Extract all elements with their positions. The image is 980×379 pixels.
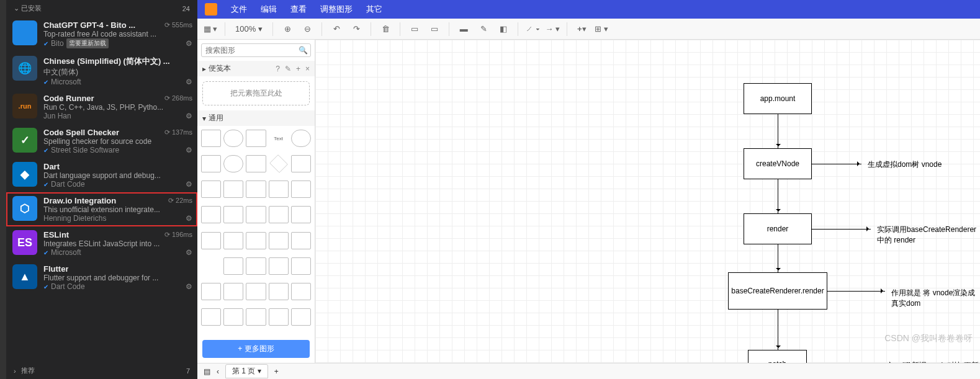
shape-swatch[interactable] [201,283,221,300]
to-back-icon[interactable]: ▭ [426,21,443,37]
gear-icon[interactable]: ⚙ [186,180,192,189]
flowchart-node[interactable]: createVNode [744,148,812,179]
shape-swatch[interactable] [223,130,243,147]
pages-icon[interactable]: ▤ [204,367,210,376]
canvas[interactable]: CSDN @我叫卷卷卷呀 app.mountcreateVNoderenderb… [315,40,980,363]
line-color-icon[interactable]: ✎ [475,21,492,37]
menu-file[interactable]: 文件 [231,4,247,15]
insert-icon[interactable]: + ▾ [573,21,590,37]
flowchart-node[interactable]: render [744,213,812,244]
reload-badge[interactable]: 需要重新加载 [66,38,109,48]
edit-icon[interactable]: ✎ [285,65,291,73]
extension-item[interactable]: ▲ Flutter Flutter support and debugger f… [6,261,197,295]
delete-icon[interactable]: 🗑 [377,21,393,37]
shape-swatch[interactable] [201,206,221,223]
shape-swatch[interactable] [223,283,243,300]
zoom-in-icon[interactable]: ⊕ [279,21,295,37]
shape-swatch[interactable] [201,181,221,198]
waypoint-icon[interactable]: → ▾ [544,21,560,37]
extension-item[interactable]: ⬡ Draw.io Integration ⟳ 22ms This unoffi… [6,192,197,226]
table-icon[interactable]: ⊞ ▾ [593,21,609,37]
add-icon[interactable]: + [296,65,300,73]
flowchart-node[interactable]: patch [748,350,807,363]
zoom-out-icon[interactable]: ⊖ [299,21,315,37]
shape-swatch[interactable] [269,206,289,223]
shape-swatch[interactable] [269,257,289,275]
help-icon[interactable]: ? [276,65,280,73]
fill-color-icon[interactable]: ▬ [456,21,472,37]
flowchart-annotation[interactable]: 作用就是 将 vnode渲染成 真实dom [891,288,980,309]
page-tab[interactable]: 第 1 页 ▾ [225,364,268,378]
shape-swatch[interactable] [269,283,289,300]
extension-item[interactable]: ES ESLint ⟳ 196ms Integrates ESLint Java… [6,226,197,261]
menu-edit[interactable]: 编辑 [261,4,277,15]
connection-icon[interactable]: ⟋ ▾ [524,21,541,37]
gear-icon[interactable]: ⚙ [186,112,192,120]
shape-swatch[interactable] [246,257,266,275]
extension-item[interactable]: .run Code Runner ⟳ 268ms Run C, C++, Jav… [6,90,197,124]
shadow-icon[interactable]: ◧ [495,21,511,37]
shape-swatch[interactable] [291,232,311,249]
flowchart-node[interactable]: baseCreateRenderer.render [728,272,827,310]
general-shapes-header[interactable]: ▾通用 [197,110,315,126]
scratchpad-dropzone[interactable]: 把元素拖至此处 [202,81,310,105]
zoom-control[interactable]: 100% ▾ [232,24,266,33]
shape-swatch[interactable] [223,308,243,326]
add-page-icon[interactable]: + [274,367,279,376]
gear-icon[interactable]: ⚙ [186,39,192,48]
view-mode-button[interactable]: ▦ ▾ [202,21,218,37]
redo-icon[interactable]: ↷ [348,21,364,37]
shape-swatch[interactable] [291,206,311,223]
shape-swatch[interactable] [291,130,311,147]
to-front-icon[interactable]: ▭ [407,21,423,37]
shape-swatch[interactable] [201,308,221,326]
shape-swatch[interactable] [201,257,221,275]
search-field[interactable] [205,46,299,55]
shape-swatch[interactable] [246,181,266,198]
shape-swatch[interactable] [291,257,311,275]
menu-view[interactable]: 查看 [290,4,307,15]
shape-swatch[interactable] [291,308,311,326]
close-icon[interactable]: × [305,65,310,73]
gear-icon[interactable]: ⚙ [186,248,192,257]
shape-swatch[interactable] [269,232,289,249]
shape-swatch[interactable] [269,181,289,198]
shape-swatch[interactable] [269,154,288,173]
gear-icon[interactable]: ⚙ [186,282,192,291]
scratchpad-header[interactable]: ▸便笺本 ?✎+× [197,61,315,76]
flowchart-annotation[interactable]: 实际调用baseCreateRenderer 中的 render [877,225,980,246]
shape-swatch[interactable] [291,155,311,172]
flowchart-annotation[interactable]: 生成虚拟dom树 vnode [868,159,942,170]
shape-swatch[interactable] [223,155,243,172]
flowchart-annotation[interactable]: diff 新旧vnode对比 更新渲染 [900,360,980,363]
shape-swatch[interactable] [291,181,311,198]
undo-icon[interactable]: ↶ [328,21,344,37]
search-shapes-input[interactable]: 🔍 [201,43,311,57]
gear-icon[interactable]: ⚙ [186,146,192,154]
gear-icon[interactable]: ⚙ [186,214,192,223]
shape-swatch[interactable] [223,181,243,198]
extension-item[interactable]: ✓ Code Spell Checker ⟳ 137ms Spelling ch… [6,124,197,158]
shape-swatch[interactable] [246,155,266,172]
shape-swatch[interactable] [246,308,266,326]
shape-swatch[interactable] [246,283,266,300]
shape-swatch[interactable] [201,130,221,147]
extension-item[interactable]: 🌐 Chinese (Simplified) (简体中文) ... 中文(简体)… [6,52,197,90]
extension-item[interactable]: ChatGPT GPT-4 - Bito ... ⟳ 555ms Top-rat… [6,17,197,52]
shape-swatch[interactable] [201,155,221,172]
shape-swatch[interactable] [223,206,243,223]
gear-icon[interactable]: ⚙ [186,78,192,86]
menu-extras[interactable]: 其它 [366,4,382,15]
activity-bar[interactable] [0,0,6,379]
shape-swatch[interactable] [223,257,243,275]
shape-swatch[interactable] [291,283,311,300]
shape-swatch[interactable]: Text [269,130,289,147]
shape-swatch[interactable] [246,232,266,249]
shape-swatch[interactable] [246,206,266,223]
shape-swatch[interactable] [201,232,221,249]
menu-arrange[interactable]: 调整图形 [320,4,353,15]
prev-page-icon[interactable]: ‹ [217,367,219,376]
shape-swatch[interactable] [246,130,266,147]
installed-section-header[interactable]: ⌄ 已安装 24 [6,0,197,17]
shape-swatch[interactable] [223,232,243,249]
